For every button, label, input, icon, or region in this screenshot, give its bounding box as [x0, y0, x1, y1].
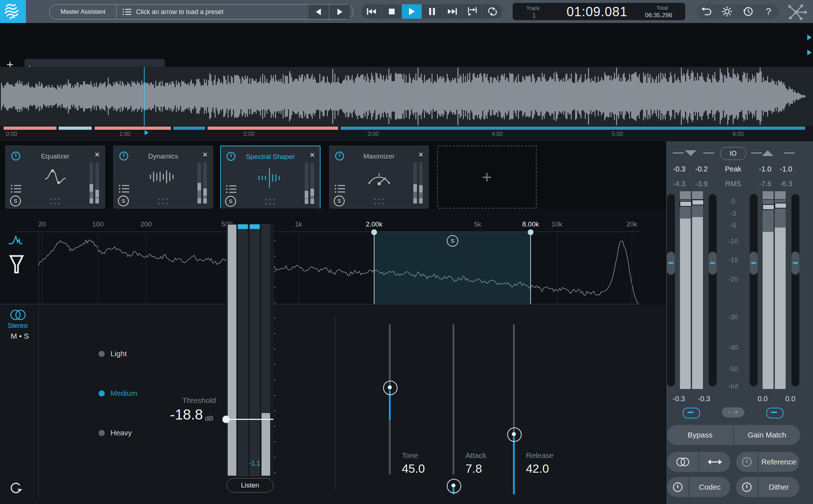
module-solo-button[interactable]: S [225, 196, 236, 207]
module-drag-handle-icon[interactable] [373, 198, 385, 206]
fader-handle[interactable] [709, 252, 717, 275]
module-close-icon[interactable]: × [418, 150, 423, 160]
reference-button[interactable]: Reference [758, 458, 799, 466]
fader-handle[interactable] [667, 252, 675, 275]
tone-slider[interactable] [382, 324, 397, 475]
pause-button[interactable] [422, 4, 442, 19]
module-solo-button[interactable]: S [118, 196, 129, 206]
history-button[interactable] [740, 4, 756, 19]
attack-slider[interactable] [446, 324, 460, 475]
play-button[interactable] [402, 4, 422, 19]
slider-handle[interactable] [507, 427, 522, 442]
band-low-handle[interactable] [374, 232, 374, 304]
module-card-dynamics[interactable]: Dynamics×S [113, 146, 213, 209]
io-gain-fader[interactable] [709, 194, 717, 386]
io-gain-fader[interactable] [667, 194, 675, 386]
preset-list-icon[interactable] [122, 8, 132, 16]
play-selection-button[interactable] [462, 4, 482, 19]
stereo-link-button[interactable] [667, 457, 698, 467]
bypass-button[interactable]: Bypass [667, 431, 733, 439]
listen-button[interactable]: Listen [227, 478, 273, 492]
master-assistant-button[interactable]: Master Assistant [50, 5, 117, 19]
gain-nudge-control[interactable]: - + [722, 407, 744, 417]
output-link-icon[interactable] [766, 408, 784, 418]
module-solo-button[interactable]: S [10, 196, 21, 206]
previous-preset-button[interactable] [308, 5, 328, 19]
io-toggle-button[interactable]: IO [720, 147, 746, 160]
slider-value[interactable]: 42.0 [526, 462, 549, 476]
module-card-spectral-shaper[interactable]: Spectral Shaper×S [220, 146, 321, 209]
output-collapse-icon[interactable] [762, 150, 773, 156]
mode-radio-heavy[interactable]: Heavy [99, 429, 132, 437]
input-collapse-icon[interactable] [685, 150, 696, 156]
shaper-funnel-icon[interactable] [9, 255, 24, 274]
band-handle-dot[interactable] [528, 229, 533, 235]
io-gain-fader[interactable] [791, 194, 799, 386]
waveform-display[interactable] [0, 67, 813, 126]
slider-value[interactable]: 45.0 [402, 462, 425, 476]
stereo-mode-icon[interactable] [9, 309, 27, 321]
rewind-to-start-button[interactable] [362, 4, 381, 19]
spectrum-view-icon[interactable] [8, 234, 23, 246]
tab-scroll-right-icon[interactable] [807, 35, 812, 40]
help-button[interactable]: ? [760, 4, 776, 19]
slider-value[interactable]: 7.8 [465, 462, 482, 476]
module-drag-handle-icon[interactable] [49, 198, 62, 206]
module-close-icon[interactable]: × [95, 150, 100, 160]
module-drag-handle-icon[interactable] [157, 198, 169, 206]
mode-radio-light[interactable]: Light [99, 349, 127, 358]
stereo-label[interactable]: Stereo [1, 322, 34, 330]
slider-handle[interactable] [383, 381, 398, 395]
input-link-icon[interactable] [683, 408, 700, 418]
module-solo-button[interactable]: S [334, 196, 345, 206]
release-slider[interactable] [507, 324, 521, 475]
threshold-value[interactable]: -18.8 [108, 407, 203, 423]
module-preset-list-icon[interactable] [226, 184, 237, 194]
rms-label[interactable]: RMS [722, 180, 744, 188]
stop-button[interactable] [382, 4, 401, 19]
learn-loop-icon[interactable] [9, 481, 23, 495]
settings-button[interactable] [719, 4, 735, 19]
band-handle-dot[interactable] [371, 229, 377, 235]
module-drag-handle-icon[interactable] [264, 198, 277, 206]
peak-label[interactable]: Peak [722, 165, 744, 173]
timeline-ruler[interactable]: 0:001:002:003:004:005:006:00 [0, 126, 813, 142]
fader-handle[interactable] [750, 252, 758, 275]
position-readout[interactable]: 01:09.081 [567, 4, 627, 19]
band-high-handle[interactable] [530, 232, 531, 304]
add-module-slot[interactable]: + [437, 146, 537, 209]
output-gain-left[interactable]: 0.0 [752, 395, 773, 403]
module-preset-list-icon[interactable] [11, 184, 22, 193]
dither-power-button[interactable] [736, 482, 758, 492]
threshold-line[interactable] [227, 419, 273, 420]
reference-power-button[interactable] [736, 457, 758, 467]
module-card-maximizer[interactable]: Maximizer×S [329, 146, 429, 209]
codec-button[interactable]: Codec [689, 483, 730, 491]
input-gain-right[interactable]: -0.3 [693, 395, 715, 403]
module-close-icon[interactable]: × [310, 150, 315, 160]
playhead-marker-icon[interactable] [145, 130, 149, 135]
threshold-meter[interactable]: -1.1 [226, 224, 274, 476]
playhead-line[interactable] [144, 67, 145, 126]
swap-channels-button[interactable] [699, 458, 730, 466]
fast-forward-to-end-button[interactable] [442, 4, 462, 19]
threshold-handle[interactable] [222, 416, 230, 423]
codec-power-button[interactable] [667, 482, 689, 492]
minus-icon[interactable]: - [728, 408, 731, 417]
module-card-equalizer[interactable]: Equalizer×S [5, 146, 105, 209]
fader-handle[interactable] [791, 252, 799, 275]
input-gain-left[interactable]: -0.3 [668, 395, 690, 403]
module-preset-list-icon[interactable] [335, 184, 345, 193]
preset-placeholder-text[interactable]: Click an arrow to load a preset [136, 8, 223, 16]
undo-button[interactable] [699, 4, 714, 19]
relay-node-button[interactable] [786, 3, 808, 21]
io-gain-fader[interactable] [750, 194, 758, 386]
mid-side-label[interactable]: M • S [4, 332, 36, 340]
dither-button[interactable]: Dither [758, 483, 799, 491]
tab-scroll-right-icon-2[interactable] [807, 50, 812, 55]
next-preset-button[interactable] [330, 5, 350, 19]
module-preset-list-icon[interactable] [119, 184, 130, 193]
gain-match-button[interactable]: Gain Match [734, 431, 800, 439]
loop-button[interactable] [482, 4, 502, 19]
slider-track[interactable] [453, 324, 454, 475]
